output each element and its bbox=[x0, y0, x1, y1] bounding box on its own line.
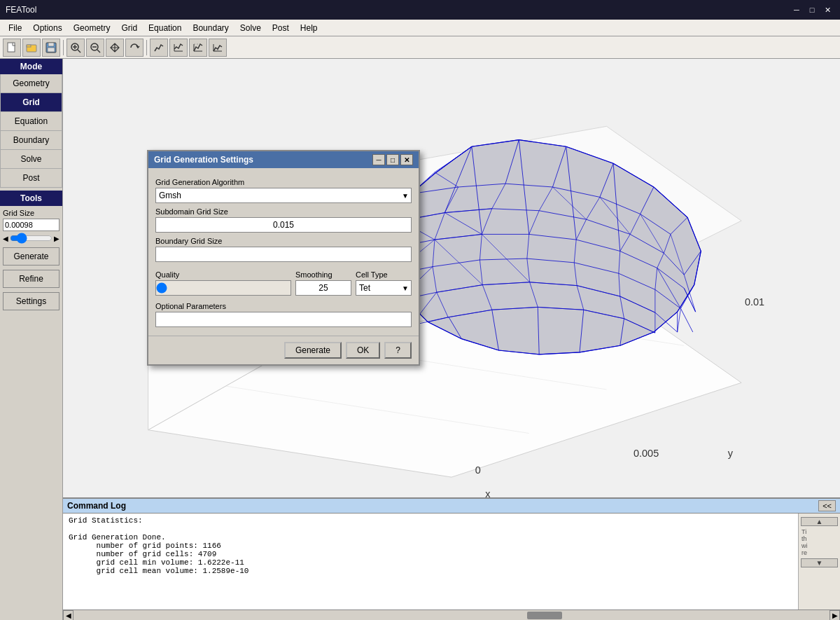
menubar: FileOptionsGeometryGridEquationBoundaryS… bbox=[0, 20, 840, 36]
celltype-label: Cell Type bbox=[356, 270, 412, 279]
toolbar-sep1 bbox=[63, 40, 64, 55]
sidebar-item-equation[interactable]: Equation bbox=[0, 112, 62, 131]
menubar-item-equation[interactable]: Equation bbox=[143, 22, 187, 34]
menubar-item-geometry[interactable]: Geometry bbox=[68, 22, 116, 34]
optional-params-input[interactable] bbox=[155, 312, 412, 327]
hscroll-thumb[interactable] bbox=[527, 612, 562, 619]
toolbar-pan[interactable] bbox=[106, 39, 124, 57]
left-panel: Mode Geometry Grid Equation Boundary Sol… bbox=[0, 59, 63, 620]
titlebar: FEATool ─ □ ✕ bbox=[0, 0, 840, 20]
hscroll-left-button[interactable]: ◀ bbox=[63, 610, 74, 621]
quality-slider[interactable] bbox=[155, 280, 291, 296]
smoothing-input[interactable] bbox=[295, 280, 351, 296]
log-right-panel: ▲ Tithwire ▼ bbox=[798, 514, 840, 609]
dialog-titlebar[interactable]: Grid Generation Settings ─ □ ✕ bbox=[148, 151, 419, 168]
celltype-select-wrap: Tet Hex Prism bbox=[356, 280, 412, 296]
mode-header: Mode bbox=[0, 59, 62, 74]
svg-line-11 bbox=[97, 50, 100, 53]
menubar-item-options[interactable]: Options bbox=[27, 22, 67, 34]
collapse-button[interactable]: << bbox=[818, 500, 836, 511]
toolbar-zoom-out[interactable] bbox=[86, 39, 104, 57]
toolbar-chart4[interactable] bbox=[209, 39, 227, 57]
close-button[interactable]: ✕ bbox=[820, 4, 834, 16]
grid-slider-row: ◀ ▶ bbox=[0, 231, 62, 245]
command-log-header: Command Log << bbox=[63, 499, 840, 514]
log-right-scroll-dn[interactable]: ▼ bbox=[801, 558, 838, 567]
bottom-panel: Command Log << Grid Statistics: Grid Gen… bbox=[63, 497, 840, 620]
dialog-help-button[interactable]: ? bbox=[384, 342, 412, 359]
subdomain-label: Subdomain Grid Size bbox=[155, 207, 412, 216]
optional-label: Optional Parameters bbox=[155, 302, 412, 310]
slider-right-arrow[interactable]: ▶ bbox=[54, 235, 59, 242]
log-line bbox=[69, 525, 792, 533]
boundary-label: Boundary Grid Size bbox=[155, 237, 412, 245]
quality-smoothing-row: Quality Smoothing Cell Type bbox=[155, 266, 412, 298]
toolbar-sep2 bbox=[146, 40, 147, 55]
menubar-item-help[interactable]: Help bbox=[295, 22, 323, 34]
log-right-scroll-up[interactable]: ▲ bbox=[801, 517, 838, 526]
dialog-maximize-button[interactable]: □ bbox=[386, 154, 399, 165]
menubar-item-solve[interactable]: Solve bbox=[234, 22, 267, 34]
dialog-close-button[interactable]: ✕ bbox=[400, 154, 413, 165]
dialog-generate-button[interactable]: Generate bbox=[284, 342, 342, 359]
maximize-button[interactable]: □ bbox=[805, 4, 819, 16]
menubar-item-grid[interactable]: Grid bbox=[115, 22, 143, 34]
minimize-button[interactable]: ─ bbox=[790, 4, 804, 16]
toolbar-save[interactable] bbox=[42, 39, 60, 57]
canvas-area[interactable]: 0.005 0.01 0.005 y x 0 Grid Generation S… bbox=[63, 59, 840, 497]
hscroll-track[interactable] bbox=[74, 610, 830, 621]
settings-button[interactable]: Settings bbox=[3, 292, 59, 310]
toolbar bbox=[0, 36, 840, 59]
svg-rect-4 bbox=[48, 43, 54, 46]
toolbar-chart3[interactable] bbox=[189, 39, 207, 57]
sidebar-item-boundary[interactable]: Boundary bbox=[0, 131, 62, 150]
toolbar-zoom-in[interactable] bbox=[66, 39, 85, 57]
hscroll-right-button[interactable]: ▶ bbox=[830, 610, 840, 621]
sidebar-item-post[interactable]: Post bbox=[0, 169, 62, 188]
celltype-select[interactable]: Tet Hex Prism bbox=[356, 280, 412, 296]
menubar-item-post[interactable]: Post bbox=[267, 22, 295, 34]
toolbar-chart2[interactable] bbox=[169, 39, 188, 57]
svg-rect-5 bbox=[48, 48, 55, 52]
toolbar-rotate[interactable] bbox=[125, 39, 144, 57]
toolbar-chart1[interactable] bbox=[150, 39, 168, 57]
generate-button[interactable]: Generate bbox=[3, 247, 59, 266]
quality-label: Quality bbox=[155, 270, 291, 279]
log-line: Grid Statistics: bbox=[69, 516, 792, 525]
command-log-content[interactable]: Grid Statistics: Grid Generation Done. n… bbox=[63, 514, 798, 609]
sidebar-item-grid[interactable]: Grid bbox=[0, 93, 62, 112]
smoothing-label: Smoothing bbox=[295, 270, 351, 279]
grid-size-label: Grid Size bbox=[0, 206, 62, 219]
quality-slider-wrap bbox=[155, 280, 291, 298]
algorithm-select[interactable]: Gmsh Delaunay Advancing Front bbox=[155, 188, 412, 203]
boundary-grid-size-input[interactable] bbox=[155, 247, 412, 262]
slider-left-arrow[interactable]: ◀ bbox=[3, 235, 8, 242]
menubar-item-file[interactable]: File bbox=[3, 22, 27, 34]
grid-size-input[interactable] bbox=[3, 219, 59, 231]
log-line: grid cell mean volume: 1.2589e-10 bbox=[69, 567, 792, 575]
toolbar-new[interactable] bbox=[3, 39, 21, 57]
quality-col: Quality bbox=[155, 266, 291, 298]
svg-rect-0 bbox=[8, 43, 15, 52]
app-title: FEATool bbox=[6, 5, 36, 15]
log-line: grid cell min volume: 1.6222e-11 bbox=[69, 558, 792, 567]
log-line: number of grid points: 1166 bbox=[69, 542, 792, 550]
app-wrapper: FEATool ─ □ ✕ FileOptionsGeometryGridEqu… bbox=[0, 0, 840, 620]
grid-generation-settings-dialog: Grid Generation Settings ─ □ ✕ Grid Gene… bbox=[147, 150, 420, 366]
log-line: Grid Generation Done. bbox=[69, 533, 792, 542]
refine-button[interactable]: Refine bbox=[3, 270, 59, 288]
toolbar-open[interactable] bbox=[22, 39, 41, 57]
grid-size-slider[interactable] bbox=[10, 233, 52, 244]
algorithm-select-wrap: Gmsh Delaunay Advancing Front bbox=[155, 188, 412, 203]
sidebar-item-geometry[interactable]: Geometry bbox=[0, 74, 62, 93]
celltype-col: Cell Type Tet Hex Prism bbox=[356, 266, 412, 298]
svg-rect-2 bbox=[27, 45, 31, 47]
sidebar-item-solve[interactable]: Solve bbox=[0, 150, 62, 169]
dialog-ok-button[interactable]: OK bbox=[346, 342, 380, 359]
menubar-item-boundary[interactable]: Boundary bbox=[187, 22, 234, 34]
bottom-log-row: Grid Statistics: Grid Generation Done. n… bbox=[63, 514, 840, 609]
svg-line-7 bbox=[78, 50, 80, 53]
subdomain-grid-size-input[interactable] bbox=[155, 217, 412, 233]
content-row: Mode Geometry Grid Equation Boundary Sol… bbox=[0, 59, 840, 620]
dialog-minimize-button[interactable]: ─ bbox=[372, 154, 385, 165]
